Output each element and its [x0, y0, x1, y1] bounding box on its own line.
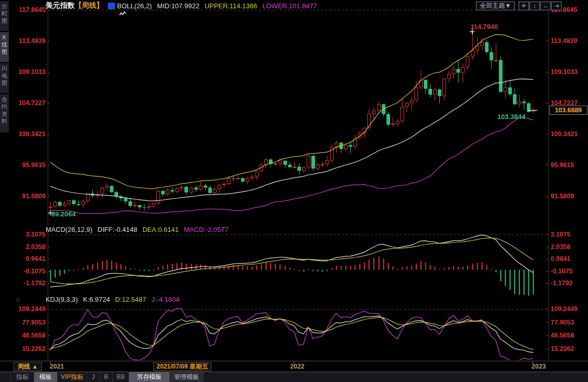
price-axis-label: 113.4839	[551, 37, 587, 45]
macd-axis-label: 0.9641	[551, 255, 587, 262]
shift-view-icon[interactable]: ⇥	[551, 2, 562, 10]
scale-horizontal-icon[interactable]: ↔	[540, 2, 551, 10]
chart-canvas[interactable]	[0, 0, 588, 382]
kdj-axis-label: 109.2449	[10, 305, 46, 313]
period-selector[interactable]: 周线 ▲	[13, 362, 42, 371]
macd-title: MACD(26,12,9)	[46, 226, 92, 233]
macd-dea-value: DEA:0.6141	[142, 226, 179, 233]
high-price-label: 114.7940	[470, 23, 498, 31]
tab-manage-templates[interactable]: 管理模板	[170, 372, 204, 382]
indicator-settings-icon[interactable]: ☼	[15, 295, 21, 303]
kdj-d-value: D:12.5487	[115, 296, 146, 303]
macd-axis-label: 2.0358	[551, 243, 587, 251]
price-axis-label: 95.9615	[551, 161, 587, 169]
sidebar-item-flash-chart[interactable]: 闪电图	[0, 63, 9, 93]
tab-templates[interactable]: 模板	[34, 372, 58, 382]
macd-axis-label: -1.1792	[10, 280, 46, 287]
macd-axis-label: -0.1075	[551, 268, 587, 275]
kdj-j-value: J:-4.1804	[151, 296, 179, 303]
macd-axis-label: 2.0358	[10, 243, 46, 251]
time-axis-divider	[0, 361, 588, 361]
macd-axis-label: -1.1792	[551, 280, 587, 287]
current-price-box: 103.6889	[549, 106, 587, 115]
tab-bb[interactable]: BB	[113, 372, 129, 382]
kdj-axis-label: 77.9053	[10, 319, 46, 326]
macd-axis-label: 0.9641	[10, 255, 46, 262]
macd-header: MACD(26,12,9) DIFF:-0.4148 DEA:0.6141 MA…	[46, 226, 228, 233]
macd-hist-value: MACD:-2.0577	[184, 226, 228, 233]
kdj-title: KDJ(9,3,3)	[46, 296, 78, 303]
sidebar-item-kline-chart[interactable]: K线图	[0, 32, 9, 62]
price-axis-label: 109.1033	[10, 68, 46, 76]
trading-app-window: 分时图 K线图 闪电图 合约资料 美元指数 【周线】 BOLL(26,2) MI…	[0, 0, 588, 382]
price-axis-label: 104.7227	[10, 99, 46, 107]
tab-j[interactable]: J	[87, 372, 100, 382]
year-label-2021: 2021	[50, 363, 64, 370]
tab-vip-indicators[interactable]: VIP指标	[58, 372, 87, 382]
low-price-label: 89.2064	[51, 210, 76, 218]
recent-low-price-label: 103.3844	[497, 113, 525, 121]
scale-vertical-icon[interactable]: ↕	[529, 2, 540, 10]
boll-indicator-label: BOLL(26,2)	[117, 2, 152, 10]
price-axis-label: 113.4839	[10, 37, 46, 45]
kdj-axis-label: 46.5658	[551, 332, 587, 339]
tab-save-template[interactable]: 另存模板	[129, 372, 170, 382]
kdj-axis-label: 15.2262	[10, 345, 46, 352]
kdj-header: KDJ(9,3,3) K:6.9724 D:12.5487 J:-4.1804	[46, 296, 179, 303]
sidebar-item-time-chart[interactable]: 分时图	[0, 1, 9, 31]
macd-axis-label: -0.1075	[10, 268, 46, 275]
boll-upper-value: UPPER:114.1366	[205, 2, 257, 10]
price-axis-label: 100.3421	[551, 130, 587, 138]
bottom-tab-bar: 指标 模板 VIP指标 J B BB 另存模板 管理模板	[0, 372, 588, 382]
boll-mid-value: MID:107.9922	[157, 2, 199, 10]
tabbar-spacer	[0, 372, 11, 382]
price-axis-label: 91.5809	[10, 193, 46, 200]
kdj-k-value: K:6.9724	[83, 296, 110, 303]
chart-header: 美元指数 【周线】 BOLL(26,2) MID:107.9922 UPPER:…	[46, 1, 317, 10]
macd-axis-label: 3.1075	[10, 231, 46, 238]
price-axis-label: 95.9615	[10, 161, 46, 169]
pan-tool-icon[interactable]: ✛	[519, 2, 529, 10]
kdj-axis-label: 15.2262	[551, 345, 587, 352]
price-axis-label: 117.8645	[10, 6, 46, 13]
theme-dropdown-button[interactable]: 全部主题▼	[476, 2, 515, 10]
year-label-2023: 2023	[532, 363, 546, 370]
boll-lower-value: LOWER:101.8477	[263, 2, 318, 10]
macd-diff-value: DIFF:-0.4148	[97, 226, 137, 233]
year-label-2022: 2022	[290, 363, 305, 370]
kdj-axis-label: 109.2449	[551, 305, 587, 313]
period-label: 【周线】	[75, 1, 104, 10]
price-axis-label: 100.3421	[10, 130, 46, 138]
symbol-title: 美元指数	[46, 1, 75, 10]
kdj-axis-label: 77.9053	[551, 319, 587, 326]
price-axis-label: 91.5809	[551, 193, 587, 200]
indicator-chart-icon[interactable]	[108, 3, 115, 9]
kdj-axis-label: 46.5658	[10, 332, 46, 339]
tab-indicators[interactable]: 指标	[11, 372, 34, 382]
macd-axis-label: 3.1075	[551, 231, 587, 238]
sidebar-item-contract-info[interactable]: 合约资料	[0, 94, 9, 133]
price-axis-label: 109.1033	[551, 68, 587, 76]
cursor-date-readout: 2021/07/09 星期五	[153, 362, 211, 371]
tab-b[interactable]: B	[100, 372, 113, 382]
